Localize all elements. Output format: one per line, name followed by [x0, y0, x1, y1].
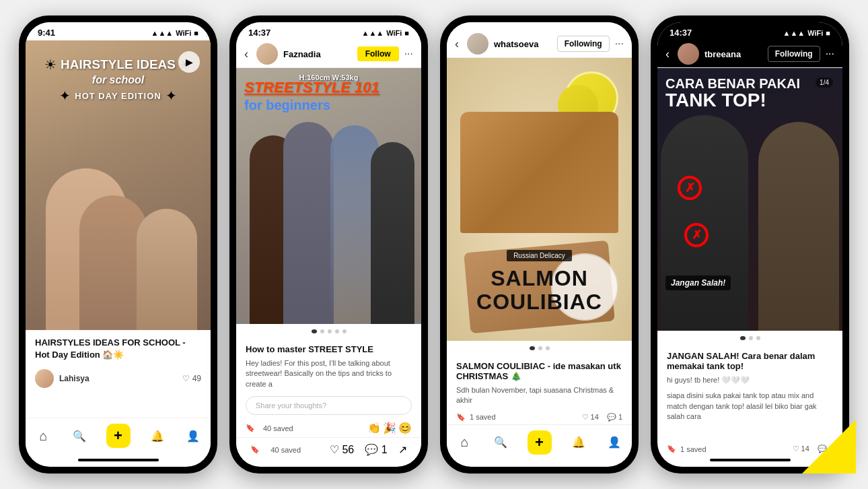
- following-button-4[interactable]: Following: [768, 46, 820, 62]
- saved-count-2: 40 saved: [263, 424, 293, 432]
- sun-icon-left: ☀: [44, 57, 57, 73]
- status-bar-3: [447, 22, 632, 30]
- dot-indicators-4: [657, 331, 842, 346]
- saved-count-4: 1 saved: [680, 445, 707, 453]
- status-bar-1: 9:41 ▲▲▲ WiFi ■: [26, 22, 211, 40]
- follow-button-2[interactable]: Follow: [357, 46, 399, 61]
- like-btn-4[interactable]: ♡ 14: [793, 445, 809, 453]
- post-subtext-4a: hi guys! tb here! 🤍🤍🤍: [657, 374, 842, 389]
- saved-row-4: 🔖 1 saved ♡ 14 💬 1: [657, 442, 842, 456]
- time-1: 9:41: [38, 28, 55, 38]
- street-people: [236, 108, 421, 324]
- dot-5-2: [342, 329, 347, 333]
- bookmark-icon-2[interactable]: 🔖: [246, 424, 255, 432]
- bookmark-icon-4[interactable]: 🔖: [667, 445, 676, 453]
- back-button-2[interactable]: ‹: [244, 47, 248, 61]
- sun-icon-3: ✦: [59, 88, 71, 104]
- prev-arrow-3[interactable]: ◀: [456, 465, 466, 467]
- home-nav-3[interactable]: ⌂: [456, 434, 474, 451]
- saved-right-3: ♡ 14 💬 1: [582, 413, 623, 422]
- sun-icon-4: ✦: [166, 88, 177, 104]
- tanktop-person-1: [661, 115, 748, 331]
- dot-4-2: [335, 329, 339, 333]
- wifi-4: WiFi: [807, 29, 823, 37]
- dot-indicators-2: [236, 324, 421, 339]
- dot-2-2: [320, 329, 324, 333]
- dot-active-4: [740, 336, 746, 340]
- signal-icon: ▲▲▲: [151, 29, 174, 37]
- phone3-image: Russian Delicacy SALMON COULIBIAC: [447, 58, 632, 341]
- emoji-2: 🎉: [383, 422, 396, 434]
- person-nav-3[interactable]: 👤: [606, 434, 623, 451]
- person-nav-1[interactable]: 👤: [184, 427, 202, 445]
- user-avatar-3: [467, 33, 489, 55]
- signal-4: ▲▲▲: [783, 29, 805, 37]
- streetstyle-sub: for beginners: [244, 98, 413, 113]
- bookmark-btn-2[interactable]: 🔖: [250, 445, 260, 454]
- following-button-3[interactable]: Following: [557, 36, 610, 52]
- salmon-overlay: Russian Delicacy SALMON COULIBIAC: [447, 249, 632, 314]
- status-icons-2: ▲▲▲ WiFi ■: [362, 29, 409, 37]
- phone-4: 14:37 ▲▲▲ WiFi ■ ‹ tbreeana Following ··…: [651, 15, 849, 474]
- post-subtext-3: Sdh bulan November, tapi suasana Christm…: [447, 384, 632, 410]
- post-caption-1: HAIRSTYLES IDEAS FOR SCHOOL - Hot Day Ed…: [26, 330, 211, 365]
- search-nav-1[interactable]: 🔍: [71, 427, 88, 445]
- dot-active-2: [312, 329, 317, 333]
- saved-count-3: 1 saved: [470, 413, 496, 421]
- bell-nav-3[interactable]: 🔔: [570, 434, 587, 451]
- post-title-2: How to master STREET STYLE: [236, 339, 421, 357]
- nav-bar-2: ‹ Faznadia Follow ···: [236, 40, 421, 68]
- play-button[interactable]: ▶: [178, 51, 200, 73]
- saved-left-3: 🔖 1 saved: [456, 413, 496, 422]
- hairstyle-overlay: ☀ HAIRSTYLE IDEAS ☀ for school ✦ HOT DAY…: [26, 40, 211, 330]
- dots-menu-3[interactable]: ···: [615, 38, 624, 50]
- like-icon-2[interactable]: ♡ 56: [330, 443, 354, 456]
- salmon-pastry: [460, 112, 618, 233]
- save-count-2: 40 saved: [270, 446, 301, 454]
- dot-2-4: [749, 336, 753, 340]
- post-title-4: JANGAN SALAH! Cara benar dalam memakai t…: [657, 346, 842, 374]
- status-icons-1: ▲▲▲ WiFi ■: [151, 29, 198, 37]
- share-icon-2[interactable]: ↗: [398, 443, 407, 456]
- bookmark-icon-3[interactable]: 🔖: [456, 413, 466, 422]
- likes-number-1: 49: [192, 374, 201, 383]
- dot-indicators-3: [447, 341, 632, 356]
- signal-2: ▲▲▲: [362, 29, 384, 37]
- search-nav-3[interactable]: 🔍: [492, 434, 509, 451]
- nav-bar-3: ‹ whatsoeva Following ···: [447, 30, 632, 58]
- comment-btn-3[interactable]: 💬 1: [607, 413, 622, 422]
- back-button-4[interactable]: ‹: [665, 47, 670, 61]
- street-person-2: [283, 122, 334, 324]
- post-subtext-2: Hey ladies! For this post, I'll be talki…: [236, 357, 421, 393]
- author-avatar-1: [35, 369, 54, 388]
- dots-menu-2[interactable]: ···: [404, 48, 413, 60]
- like-comment-2: ♡ 56 💬 1 ↗: [330, 443, 407, 456]
- dot-active-3: [530, 346, 535, 350]
- home-indicator-1: [78, 459, 159, 461]
- phone1-image: ☀ HAIRSTYLE IDEAS ☀ for school ✦ HOT DAY…: [26, 40, 211, 330]
- home-nav-1[interactable]: ⌂: [35, 427, 52, 445]
- emoji-3: 😊: [398, 422, 412, 434]
- nav-bar-4: ‹ tbreeana Following ···: [657, 40, 842, 68]
- dots-menu-4[interactable]: ···: [826, 48, 834, 60]
- home-indicator-4: [710, 459, 791, 461]
- hairstyle-edition: HOT DAY EDITION: [75, 91, 161, 101]
- like-count-1: ♡ 49: [182, 374, 201, 383]
- back-button-3[interactable]: ‹: [455, 37, 459, 51]
- battery-4: ■: [826, 29, 830, 37]
- comment-icon-2[interactable]: 💬 1: [365, 443, 387, 456]
- comment-input-2[interactable]: Share your thoughts?: [246, 396, 412, 415]
- hairstyle-sub: for school: [92, 74, 144, 86]
- time-2: 14:37: [248, 28, 270, 38]
- add-nav-1[interactable]: +: [106, 424, 131, 448]
- add-nav-3[interactable]: +: [528, 430, 552, 455]
- stop-btn-3[interactable]: ■: [615, 465, 622, 467]
- phone-3: ‹ whatsoeva Following ··· Russian Delica…: [440, 15, 639, 474]
- like-btn-3[interactable]: ♡ 14: [582, 413, 599, 422]
- bell-nav-1[interactable]: 🔔: [149, 427, 166, 445]
- saved-left-4: 🔖 1 saved: [667, 445, 707, 453]
- saved-row-3: 🔖 1 saved ♡ 14 💬 1: [447, 410, 632, 424]
- post-title-3: SALMON COULIBIAC - ide masakan utk CHRIS…: [447, 356, 632, 384]
- phone4-image: ✗ ✗ 1/4 CARA BENAR PAKAI TANK TOP! Janga…: [657, 68, 842, 331]
- tanktop-overlay: CARA BENAR PAKAI TANK TOP!: [665, 76, 834, 110]
